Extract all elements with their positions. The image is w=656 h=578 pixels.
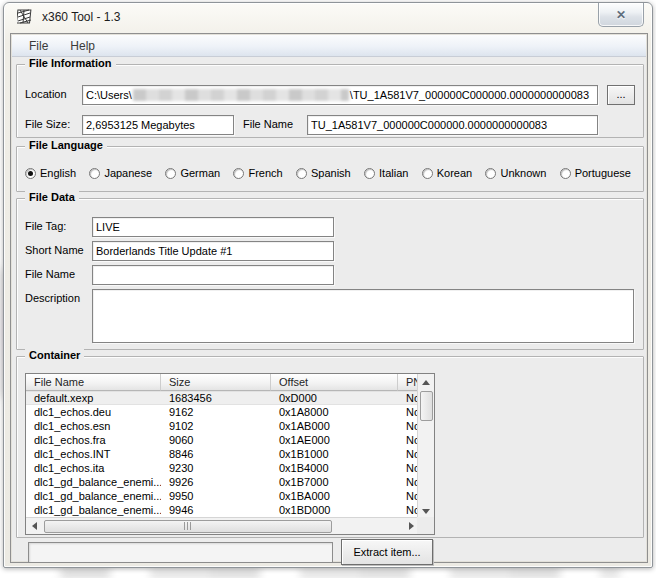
- radio-german[interactable]: German: [165, 167, 220, 179]
- cell-file-name: dlc1_echos.INT: [26, 448, 161, 460]
- window-title: x360 Tool - 1.3: [42, 10, 121, 24]
- radio-circle: [296, 168, 307, 179]
- horizontal-scrollbar-thumb[interactable]: [44, 520, 332, 533]
- vertical-scrollbar[interactable]: [417, 374, 434, 519]
- column-header-file-name[interactable]: File Name: [26, 374, 161, 391]
- file-name-field[interactable]: [307, 115, 598, 135]
- table-row[interactable]: dlc1_echos.ita92300x1B4000No: [26, 461, 419, 475]
- cell-pn: No: [398, 448, 419, 460]
- file-tag-field[interactable]: [92, 217, 334, 237]
- radio-circle: [364, 168, 375, 179]
- browse-button[interactable]: ...: [607, 85, 635, 105]
- radio-circle: [25, 168, 36, 179]
- table-row[interactable]: dlc1_echos.INT88460x1B1000No: [26, 447, 419, 461]
- title-bar[interactable]: x360 Tool - 1.3 ✕: [4, 3, 652, 31]
- radio-label: Italian: [379, 167, 408, 179]
- table-row[interactable]: dlc1_echos.esn91020x1AB000No: [26, 419, 419, 433]
- radio-circle: [560, 168, 571, 179]
- short-name-label: Short Name: [25, 244, 84, 256]
- file-size-label: File Size:: [25, 118, 70, 130]
- radio-spanish[interactable]: Spanish: [296, 167, 351, 179]
- menu-bar: File Help: [12, 35, 646, 57]
- cell-offset: 0x1B1000: [271, 448, 398, 460]
- radio-circle: [165, 168, 176, 179]
- radio-unknown[interactable]: Unknown: [485, 167, 546, 179]
- radio-portuguese[interactable]: Portuguese: [560, 167, 631, 179]
- file-size-field[interactable]: [82, 115, 234, 135]
- group-file-language: File Language English Japanese German Fr…: [16, 146, 644, 192]
- group-title: File Language: [25, 139, 107, 151]
- column-header-offset[interactable]: Offset: [271, 374, 398, 391]
- extract-item-button[interactable]: Extract item...: [341, 539, 433, 565]
- location-label: Location: [25, 88, 67, 100]
- group-file-information: File Information Location C:\Users\ \TU_…: [16, 64, 644, 138]
- location-field[interactable]: C:\Users\ \TU_1A581V7_000000C000000.0000…: [82, 85, 598, 105]
- radio-label: Korean: [437, 167, 472, 179]
- radio-english[interactable]: English: [25, 167, 76, 179]
- short-name-field[interactable]: [92, 241, 334, 261]
- file-name-label: File Name: [243, 118, 293, 130]
- description-label: Description: [25, 292, 80, 304]
- table-row[interactable]: dlc1_gd_balance_enemi...99260x1B7000No: [26, 475, 419, 489]
- scrollbar-corner: [417, 517, 434, 534]
- cell-pn: No: [398, 434, 419, 446]
- cell-pn: No: [398, 392, 419, 404]
- cell-file-name: dlc1_gd_balance_enemi...: [26, 504, 161, 516]
- radio-korean[interactable]: Korean: [422, 167, 472, 179]
- cell-file-name: dlc1_echos.deu: [26, 406, 161, 418]
- file-name-field[interactable]: [92, 265, 334, 285]
- group-title: File Information: [25, 57, 116, 69]
- radio-japanese[interactable]: Japanese: [89, 167, 152, 179]
- table-row[interactable]: default.xexp16834560xD000No: [26, 391, 419, 405]
- column-header-pn[interactable]: PN: [398, 374, 419, 391]
- cell-pn: No: [398, 504, 419, 516]
- cell-size: 9060: [161, 434, 271, 446]
- table-row[interactable]: dlc1_echos.fra90600x1AE000No: [26, 433, 419, 447]
- radio-label: Spanish: [311, 167, 351, 179]
- close-icon: ✕: [616, 9, 626, 21]
- horizontal-scrollbar[interactable]: [26, 517, 419, 534]
- cell-size: 9230: [161, 462, 271, 474]
- cell-file-name: dlc1_echos.fra: [26, 434, 161, 446]
- cell-size: 9946: [161, 504, 271, 516]
- progress-bar: [28, 542, 333, 563]
- close-button[interactable]: ✕: [598, 3, 644, 27]
- file-tag-label: File Tag:: [25, 220, 66, 232]
- vertical-scrollbar-thumb[interactable]: [420, 391, 433, 421]
- radio-italian[interactable]: Italian: [364, 167, 408, 179]
- scroll-up-icon[interactable]: [418, 374, 434, 390]
- cell-pn: No: [398, 462, 419, 474]
- radio-label: English: [40, 167, 76, 179]
- app-window: x360 Tool - 1.3 ✕ File Help File Informa…: [3, 2, 653, 568]
- cell-pn: No: [398, 406, 419, 418]
- cell-offset: 0x1A8000: [271, 406, 398, 418]
- radio-circle: [422, 168, 433, 179]
- cell-file-name: dlc1_gd_balance_enemi...: [26, 490, 161, 502]
- table-row[interactable]: dlc1_gd_balance_enemi...99460x1BD000No: [26, 503, 419, 517]
- cell-offset: 0x1BD000: [271, 504, 398, 516]
- table-row[interactable]: dlc1_echos.deu91620x1A8000No: [26, 405, 419, 419]
- cell-offset: 0x1BA000: [271, 490, 398, 502]
- background-blur-bottom: [60, 568, 620, 578]
- cell-offset: 0xD000: [271, 392, 398, 404]
- radio-circle: [233, 168, 244, 179]
- group-file-data: File Data File Tag: Short Name File Name…: [16, 198, 644, 350]
- group-title: Container: [25, 349, 84, 361]
- cell-file-name: dlc1_gd_balance_enemi...: [26, 476, 161, 488]
- table-row[interactable]: dlc1_gd_balance_enemi...99500x1BA000No: [26, 489, 419, 503]
- description-field[interactable]: [92, 289, 634, 343]
- language-radio-group: English Japanese German French Spanish I…: [25, 167, 631, 179]
- listview-body: default.xexp16834560xD000No dlc1_echos.d…: [26, 391, 419, 519]
- radio-french[interactable]: French: [233, 167, 282, 179]
- radio-label: German: [180, 167, 220, 179]
- cell-file-name: dlc1_echos.ita: [26, 462, 161, 474]
- column-header-size[interactable]: Size: [161, 374, 271, 391]
- cell-file-name: dlc1_echos.esn: [26, 420, 161, 432]
- app-icon: [17, 9, 33, 25]
- menu-file[interactable]: File: [20, 37, 57, 55]
- menu-help[interactable]: Help: [61, 37, 104, 55]
- cell-size: 9162: [161, 406, 271, 418]
- scroll-left-icon[interactable]: [26, 518, 42, 534]
- cell-file-name: default.xexp: [26, 392, 161, 404]
- cell-pn: No: [398, 490, 419, 502]
